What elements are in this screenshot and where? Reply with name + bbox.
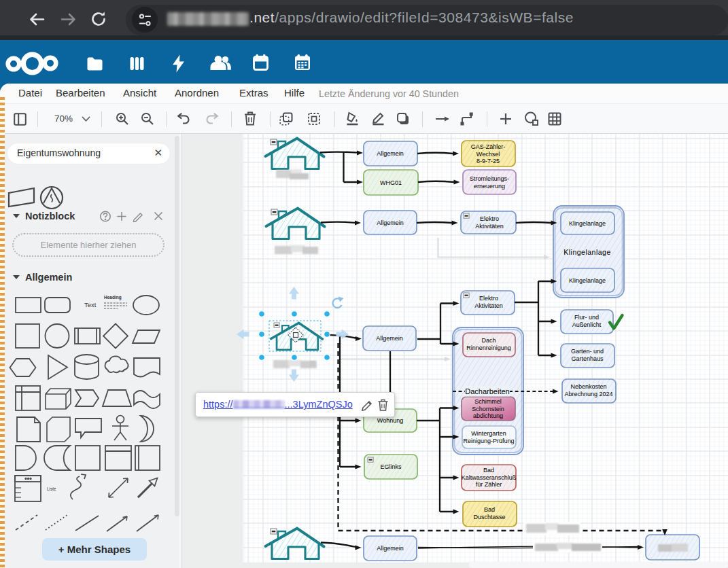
svg-text:Heading: Heading <box>104 295 122 300</box>
svg-text:Garten- undGartenhaus: Garten- undGartenhaus <box>571 348 604 362</box>
svg-text:Klingelanlage: Klingelanlage <box>564 248 611 256</box>
svg-text:EGlinks: EGlinks <box>380 463 402 470</box>
svg-text:WHG01: WHG01 <box>380 179 402 186</box>
svg-text:Allgemein: Allgemein <box>377 545 404 552</box>
svg-text:Klingelanlage: Klingelanlage <box>569 220 606 227</box>
svg-text:Liste: Liste <box>47 486 56 491</box>
svg-text:Stromleitungs-erneuerung: Stromleitungs-erneuerung <box>470 175 509 190</box>
svg-text:Allgemein: Allgemein <box>377 219 404 226</box>
svg-text:SchimmelSchornsteinabdichtung: SchimmelSchornsteinabdichtung <box>472 398 504 419</box>
svg-text:Flur- undAußenlicht: Flur- undAußenlicht <box>572 314 602 328</box>
svg-text:Text: Text <box>84 301 97 308</box>
svg-text:Allgemein: Allgemein <box>376 335 403 342</box>
svg-text:Dacharbeiten: Dacharbeiten <box>465 387 509 395</box>
svg-text:Klingelanlage: Klingelanlage <box>569 277 606 284</box>
svg-text:Wohnung: Wohnung <box>377 417 403 424</box>
svg-text:NebenkostenAbrechnung 2024: NebenkostenAbrechnung 2024 <box>564 383 612 397</box>
svg-text:Allgemein: Allgemein <box>377 150 404 157</box>
